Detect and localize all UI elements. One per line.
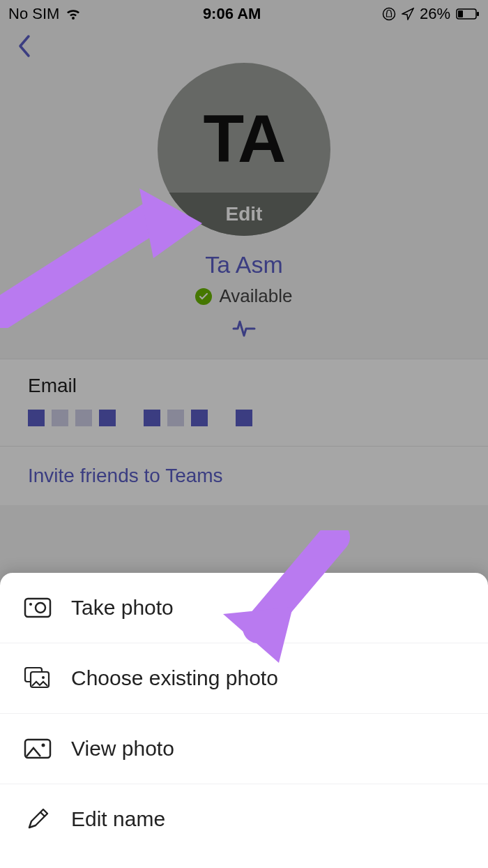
svg-marker-4 (139, 188, 202, 258)
svg-point-7 (36, 603, 45, 613)
svg-rect-6 (25, 599, 50, 617)
image-icon (24, 735, 52, 763)
annotation-arrow-2 (209, 530, 363, 670)
camera-icon (24, 594, 52, 622)
svg-rect-12 (25, 740, 50, 758)
screen: No SIM 9:06 AM 26% TA Edit (0, 0, 488, 868)
svg-point-11 (42, 676, 45, 679)
pencil-icon (24, 805, 52, 833)
take-photo-label: Take photo (71, 596, 174, 620)
svg-point-13 (42, 744, 45, 747)
svg-point-8 (29, 603, 32, 606)
view-photo-label: View photo (71, 737, 174, 761)
gallery-icon (24, 664, 52, 692)
choose-photo-label: Choose existing photo (71, 666, 278, 690)
edit-name-label: Edit name (71, 807, 165, 831)
annotation-arrow-1 (0, 174, 216, 328)
view-photo-option[interactable]: View photo (0, 714, 488, 784)
edit-name-option[interactable]: Edit name (0, 784, 488, 854)
svg-marker-5 (223, 607, 293, 663)
